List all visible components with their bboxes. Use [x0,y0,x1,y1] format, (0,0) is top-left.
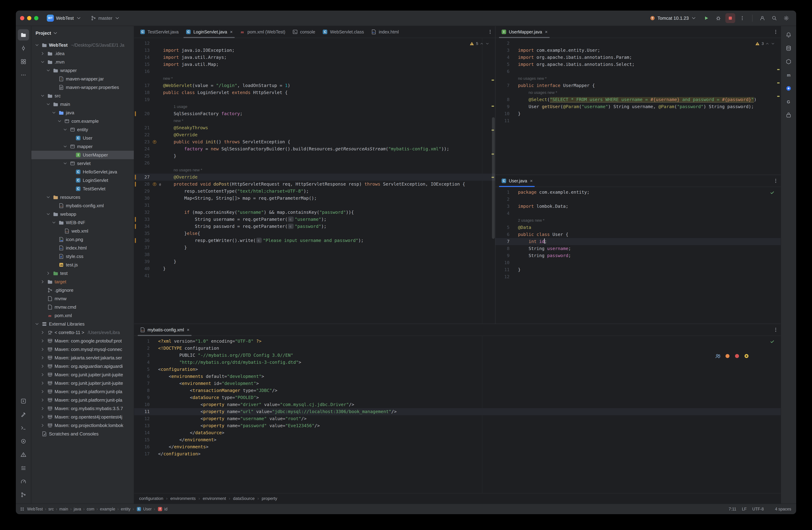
tree-item-webtest[interactable]: WebTest~/Desktop/CS/JavaEE/1 Ja [31,41,134,49]
close-tab-icon[interactable]: × [545,29,548,35]
settings-button[interactable] [781,13,791,23]
inspections-widget[interactable]: 3 [755,41,775,46]
breadcrumb-environment[interactable]: environment [203,496,226,501]
tree-item-maven-wrapper-jar[interactable]: maven-wrapper.jar [31,75,134,83]
project-panel-header[interactable]: Project [31,26,134,40]
status-lf[interactable]: LF [742,507,747,512]
tree-item-corretto-11[interactable]: < corretto-11 >/Users/eve/Libra [31,328,134,336]
editor-scrollbar-thumb[interactable] [492,117,495,239]
structure-tool-button[interactable] [18,56,29,67]
tree-item-mvn[interactable]: .mvn [31,58,134,66]
chevron-right-icon[interactable] [40,398,45,402]
database-tool-button[interactable] [783,43,794,54]
prev-problem-icon[interactable] [765,42,769,46]
inspections-widget[interactable]: 5 [469,41,490,46]
code-with-me-button[interactable] [757,13,767,23]
tab-webservlet-class[interactable]: CWebServlet.class [319,26,367,38]
chevron-down-icon[interactable] [51,220,57,225]
chevron-right-icon[interactable] [40,355,45,360]
status-crumb-entity[interactable]: entity [121,507,130,512]
chevron-right-icon[interactable] [40,339,45,343]
tree-item-mvnw[interactable]: mvnw [31,295,134,303]
status-7-11[interactable]: 7:11 [729,507,736,512]
terminal-tool-button[interactable] [18,422,29,433]
chevron-right-icon[interactable] [40,389,45,394]
tree-item-web-inf[interactable]: WEB-INF [31,218,134,227]
tab-options-kebab-icon[interactable] [771,324,781,335]
tree-item-maven-org-junit-platform-junit-pla[interactable]: Maven: org.junit.platform:junit-pla [31,387,134,396]
chevron-down-icon[interactable] [62,144,68,149]
code-vision-hint[interactable]: new * [134,117,495,124]
prev-problem-icon[interactable] [480,42,484,46]
chevron-right-icon[interactable] [40,347,45,352]
tab-user-java[interactable]: CUser.java× [497,175,536,187]
dot-red-icon[interactable] [734,353,740,359]
tree-item-entity[interactable]: entity [31,125,134,134]
tree-item-style-css[interactable]: #style.css [31,252,134,261]
services-tool-button[interactable] [18,396,29,407]
tree-item-servlet[interactable]: servlet [31,159,134,168]
more-tool-button[interactable] [18,69,29,81]
tree-item-maven-com-mysql-mysql-connec[interactable]: Maven: com.mysql:mysql-connec [31,345,134,354]
status-4-spaces[interactable]: 4 spaces [775,507,791,512]
tab-index-html[interactable]: <>index.html [367,26,402,38]
inspections-widget[interactable] [769,339,775,344]
tree-item-maven-org-junit-jupiter-junit-jupite[interactable]: Maven: org.junit.jupiter:junit-jupite [31,371,134,379]
chevron-down-icon[interactable] [45,195,51,200]
tree-item-idea[interactable]: .idea [31,49,134,58]
tree-item-maven-com-google-protobuf-prot[interactable]: Maven: com.google.protobuf:prot [31,336,134,345]
debug-button[interactable] [713,13,723,23]
code-vision-hint[interactable]: no usages new * [495,75,781,82]
close-window-button[interactable] [20,16,24,20]
bell-tool-button[interactable] [783,29,794,41]
tree-item-test[interactable]: test [31,269,134,277]
chevron-down-icon[interactable] [62,127,68,132]
next-problem-icon[interactable] [771,42,775,46]
next-problem-icon[interactable] [485,42,490,46]
chevron-right-icon[interactable] [45,271,51,276]
gradle-tool-button[interactable]: G [783,96,794,108]
run-config-widget[interactable]: T Tomcat 10.1.23 [647,14,699,23]
tree-item-resources[interactable]: resources [31,193,134,201]
todo-tool-button[interactable] [18,462,29,474]
tree-item-maven-org-opentest4j-opentest4j[interactable]: Maven: org.opentest4j:opentest4j [31,413,134,421]
tree-item-user[interactable]: CUser [31,134,134,142]
tree-item-mvnw-cmd[interactable]: mvnw.cmd [31,303,134,311]
tree-item-gitignore[interactable]: .gitignore [31,286,134,295]
chevron-right-icon[interactable] [40,381,45,386]
chevron-down-icon[interactable] [62,161,68,166]
profiler-tool-button[interactable] [18,476,29,487]
more-actions-button[interactable] [737,13,747,23]
search-everywhere-button[interactable] [769,13,779,23]
vcs-tool-button[interactable] [18,489,29,500]
close-tab-icon[interactable]: × [530,178,533,184]
tree-item-mapper[interactable]: mapper [31,142,134,151]
project-tool-button[interactable] [18,29,29,41]
tree-item-testservlet[interactable]: CTestServlet [31,185,134,193]
stop-button[interactable] [725,13,735,23]
status-crumb-webtest[interactable]: WebTest [27,507,43,512]
users-icon[interactable] [715,353,721,359]
chevron-right-icon[interactable] [40,406,45,411]
tree-item-pom-xml[interactable]: mpom.xml [31,311,134,320]
chevron-down-icon[interactable] [57,119,62,124]
tree-item-maven-org-apiguardian-apiguardi[interactable]: Maven: org.apiguardian:apiguardi [31,362,134,371]
tab-options-kebab-icon[interactable] [485,26,495,38]
breadcrumb-environments[interactable]: environments [170,496,195,501]
code-editor[interactable]: 1213import java.io.IOException;14import … [134,38,495,324]
project-widget[interactable]: WT WebTest [44,13,84,23]
chevron-down-icon[interactable] [45,212,51,217]
tab-testservlet-java[interactable]: CTestServlet.java [136,26,182,38]
chevron-down-icon[interactable] [45,102,51,107]
chevron-right-icon[interactable] [40,364,45,369]
tab-usermapper-java[interactable]: IUserMapper.java× [497,26,551,38]
ai-tool-button[interactable] [783,83,794,94]
tree-item-index-html[interactable]: <>index.html [31,244,134,252]
status-crumb-java[interactable]: java [74,507,81,512]
tree-item-usermapper[interactable]: IUserMapper [31,151,134,159]
gutter-icons[interactable] [152,139,161,145]
tree-item-external-libraries[interactable]: External Libraries [31,320,134,328]
tree-item-java[interactable]: java [31,109,134,117]
commit-tool-button[interactable] [18,43,29,54]
endpoints-tool-button[interactable] [18,435,29,447]
